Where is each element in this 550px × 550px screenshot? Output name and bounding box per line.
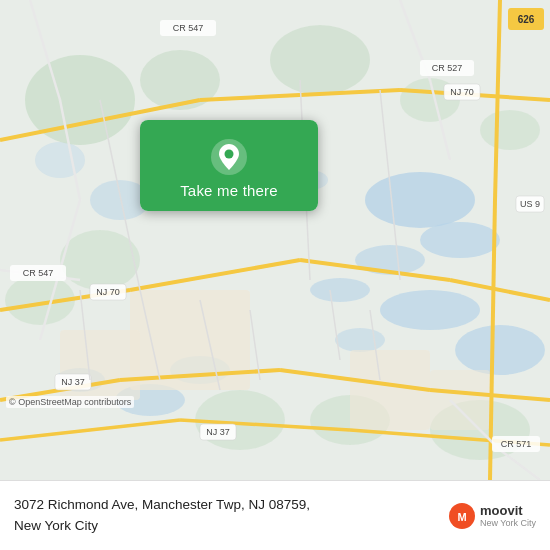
moovit-brand-label: moovit	[480, 503, 536, 518]
map-attribution: © OpenStreetMap contributors	[6, 396, 134, 408]
svg-text:NJ 37: NJ 37	[206, 427, 230, 437]
svg-text:CR 527: CR 527	[432, 63, 463, 73]
svg-point-12	[35, 142, 85, 178]
svg-rect-28	[430, 370, 490, 430]
svg-point-4	[310, 278, 370, 302]
svg-point-17	[270, 25, 370, 95]
address-line-2: New York City	[14, 516, 440, 536]
moovit-text-block: moovit New York City	[480, 503, 536, 528]
svg-text:CR 571: CR 571	[501, 439, 532, 449]
svg-text:CR 547: CR 547	[23, 268, 54, 278]
svg-point-2	[420, 222, 500, 258]
svg-text:CR 547: CR 547	[173, 23, 204, 33]
svg-point-5	[380, 290, 480, 330]
map-container: 626 CR 547 CR 547 CR 527 NJ 70 NJ 70 NJ …	[0, 0, 550, 480]
address-line-1: 3072 Richmond Ave, Manchester Twp, NJ 08…	[14, 495, 440, 515]
address-block: 3072 Richmond Ave, Manchester Twp, NJ 08…	[14, 495, 440, 536]
location-pin-icon	[210, 138, 248, 176]
svg-text:626: 626	[518, 14, 535, 25]
popup-card[interactable]: Take me there	[140, 120, 318, 211]
svg-text:NJ 70: NJ 70	[450, 87, 474, 97]
svg-text:US 9: US 9	[520, 199, 540, 209]
map-svg: 626 CR 547 CR 547 CR 527 NJ 70 NJ 70 NJ …	[0, 0, 550, 480]
moovit-city-label: New York City	[480, 518, 536, 528]
svg-text:NJ 37: NJ 37	[61, 377, 85, 387]
svg-point-1	[365, 172, 475, 228]
bottom-bar: 3072 Richmond Ave, Manchester Twp, NJ 08…	[0, 480, 550, 550]
popup-button-label: Take me there	[180, 182, 278, 199]
svg-text:M: M	[457, 511, 466, 523]
svg-point-24	[480, 110, 540, 150]
moovit-logo: M moovit New York City	[448, 502, 536, 530]
svg-point-6	[455, 325, 545, 375]
svg-point-7	[335, 328, 385, 352]
moovit-icon: M	[448, 502, 476, 530]
svg-point-83	[225, 150, 234, 159]
svg-point-18	[60, 230, 140, 290]
popup-header: Take me there	[140, 120, 318, 211]
svg-text:NJ 70: NJ 70	[96, 287, 120, 297]
